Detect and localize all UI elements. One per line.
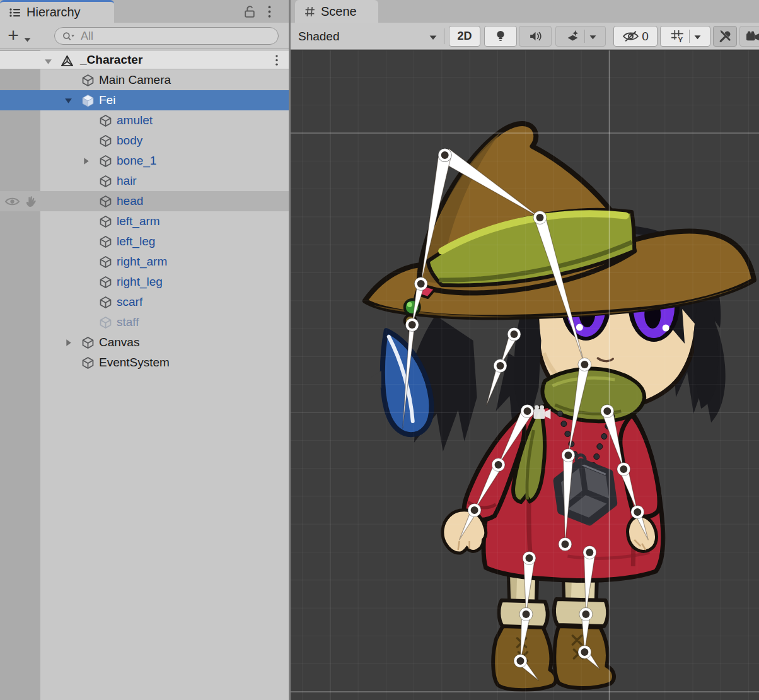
tree-item-main-camera[interactable]: Main Camera [0,70,289,90]
bone-joint-center [620,465,627,473]
search-box [54,27,279,45]
tab-scene[interactable]: Scene [295,0,378,23]
cube-icon [98,171,113,191]
tab-hierarchy-label: Hierarchy [26,5,81,20]
bone-joint-center [603,407,611,415]
lock-icon[interactable] [243,4,257,21]
hierarchy-panel: Hierarchy + [0,0,289,700]
grid-visibility-button[interactable]: Y [660,26,710,47]
draw-mode-dropdown[interactable]: Shaded [293,26,442,47]
hidden-objects-button[interactable]: 0 [613,26,658,47]
tree-item-bone_1[interactable]: bone_1 [0,151,289,171]
draw-mode-label: Shaded [298,30,340,44]
tree-item-right_arm[interactable]: right_arm [0,252,289,272]
expand-arrow-icon[interactable] [63,332,73,353]
bone-joint-center [536,214,543,221]
bone-joint-center [408,321,416,329]
bone-joint-center [561,540,569,548]
tree-item-label: hair [117,174,137,188]
dropdown-caret-icon [694,30,701,43]
tree-item-amulet[interactable]: amulet [0,110,289,131]
eye-off-icon [622,30,639,42]
scene-tab-bar: Scene [291,0,759,23]
scene-viewport[interactable] [291,50,759,700]
tree-item-label: left_arm [117,214,160,228]
effects-dropdown-button[interactable] [555,26,606,47]
eye-icon[interactable] [4,191,20,211]
hierarchy-toolbar: + [0,23,289,49]
2d-toggle-button[interactable]: 2D [449,26,480,47]
tools-overlay-button[interactable] [713,26,737,47]
bone-joint-center [582,610,589,618]
tree-item-head[interactable]: head [0,191,289,211]
cube-icon [98,231,113,252]
tab-scene-label: Scene [321,4,357,19]
hierarchy-tab-bar: Hierarchy [0,0,289,23]
create-button[interactable]: + [5,26,21,45]
tree-item-staff[interactable]: staff [0,312,289,332]
bone-joint-center [581,648,588,656]
scene-header-row[interactable]: _Character [0,51,289,69]
cube-icon [80,353,95,373]
bone-joint-center [634,508,641,516]
audio-toggle-button[interactable] [519,26,552,47]
more-kebab-icon[interactable] [267,5,272,21]
scene-name-label: _Character [80,53,142,67]
search-input[interactable] [79,29,272,44]
tree-item-right_leg[interactable]: right_leg [0,272,289,292]
tree-item-scarf[interactable]: scarf [0,292,289,312]
cube-icon [98,252,113,272]
bone-joint-center [524,407,531,415]
bone-joint-center [495,461,502,469]
tree-item-label: amulet [117,114,153,127]
tree-item-body[interactable]: body [0,131,289,151]
hierarchy-list-icon [9,7,21,18]
tree-item-label: head [117,194,143,208]
cube-icon [98,211,113,231]
cube-icon [98,131,113,151]
camera-icon [746,31,759,42]
tree-item-eventsystem[interactable]: EventSystem [0,353,289,373]
tree-item-canvas[interactable]: Canvas [0,332,289,353]
tree-item-label: Fei [99,93,115,107]
expand-arrow-icon[interactable] [43,51,53,71]
speaker-icon [528,30,543,43]
tree-item-fei[interactable]: Fei [0,90,289,110]
bone-joint-center [471,506,478,514]
tools-icon [718,29,733,44]
cube-icon [98,272,113,292]
tab-hierarchy[interactable]: Hierarchy [0,0,114,23]
cube-icon [98,151,113,171]
grid-hash-icon [304,6,316,18]
tree-item-left_leg[interactable]: left_leg [0,231,289,252]
toolbar-separator [584,30,585,43]
svg-text:Y: Y [678,36,683,44]
tree-item-label: Canvas [99,335,139,349]
tree-item-label: bone_1 [117,154,156,168]
bone-joint-center [523,610,530,618]
tree-item-label: right_arm [117,255,167,269]
camera-settings-button[interactable] [739,26,759,47]
bone-joint-center [511,330,518,338]
hand-pick-icon[interactable] [23,191,39,211]
grid-axis-icon: Y [670,29,685,44]
expand-arrow-icon[interactable] [81,151,91,171]
create-dropdown-caret-icon[interactable] [24,33,31,45]
unity-logo-icon [59,51,74,71]
bone-joint-center [441,151,449,159]
cube-icon [98,312,113,332]
tree-item-left_arm[interactable]: left_arm [0,211,289,231]
toolbar-separator [444,28,444,44]
tree-item-label: left_leg [117,235,155,248]
tree-item-label: Main Camera [99,73,171,87]
lighting-toggle-button[interactable] [484,26,517,47]
more-kebab-icon[interactable] [275,54,279,69]
bone-joint-center [586,549,593,556]
cube-icon [98,191,113,211]
tree-item-hair[interactable]: hair [0,171,289,191]
expand-arrow-icon[interactable] [63,90,73,110]
hidden-count-label: 0 [642,30,649,44]
cube-icon [98,292,113,312]
tree-item-label: body [117,134,142,148]
hierarchy-tree: _Character Main CameraFeiamuletbodybone_… [0,50,289,700]
